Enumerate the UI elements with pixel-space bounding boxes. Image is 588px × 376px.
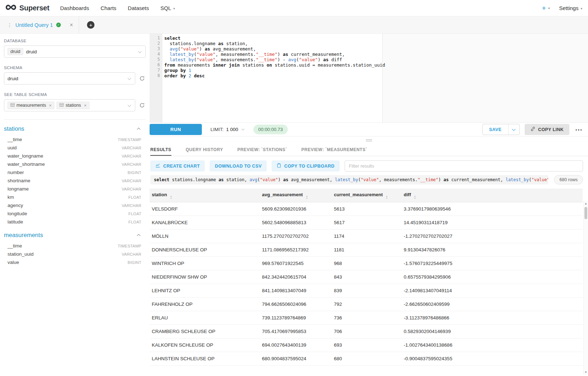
results-scrollbar[interactable]: ▲ ▼	[583, 201, 588, 375]
table-row: MÖLLN1175.27027027027021174-1.2702702702…	[150, 230, 583, 243]
table-cell: 9.91304347826076	[402, 243, 583, 257]
settings-menu[interactable]: Settings ▾	[559, 5, 582, 11]
run-button[interactable]: RUN	[150, 124, 202, 135]
scroll-down-icon[interactable]: ▼	[584, 371, 588, 374]
copy-link-button[interactable]: COPY LINK	[525, 124, 569, 135]
column-type: FLOAT	[128, 220, 141, 224]
table-tag-label: measurements	[16, 103, 46, 108]
sort-icon[interactable]: ▲▼	[414, 195, 416, 199]
sort-icon[interactable]: ▲▼	[170, 195, 172, 199]
editor-results-resize-handle[interactable]	[150, 136, 588, 144]
table-cell: -2.1409813407049114	[402, 284, 583, 298]
table-icon	[59, 103, 64, 108]
remove-tag-icon[interactable]: ×	[49, 103, 52, 108]
column-name: __time	[8, 243, 22, 249]
copy-clipboard-button[interactable]: COPY TO CLIPBOARD	[272, 160, 339, 172]
code-line: stations.longname as station,	[164, 41, 588, 46]
table-cell: 968	[332, 257, 402, 270]
table-row: FAHRENHOLZ OP794.6626506024096792-2.6626…	[150, 298, 583, 311]
chevron-down-icon: ▾	[580, 7, 582, 10]
column-header-label: station	[152, 192, 167, 197]
table-row: VELSDORF5609.62309820193656133.376901798…	[150, 202, 583, 216]
query-timer: 00:00:00.73	[253, 125, 288, 134]
sort-icon[interactable]: ▲▼	[386, 195, 388, 199]
column-row: kmFLOAT	[4, 193, 146, 201]
table-cell: 680.9004837595024	[260, 352, 332, 366]
results-tab-results[interactable]: RESULTS	[150, 147, 171, 156]
schema-label: SCHEMA	[4, 66, 146, 70]
column-type: VARCHAR	[122, 162, 141, 167]
column-header-current_measurement[interactable]: current_measurement▲▼	[332, 189, 402, 202]
save-button[interactable]: SAVE	[483, 124, 509, 135]
clipboard-icon	[277, 163, 281, 169]
table-row: NIEDERFINOW SHW OP842.34244206157048430.…	[150, 270, 583, 284]
column-header-station[interactable]: station▲▼	[150, 189, 260, 202]
table-schema-header-stations[interactable]: stations	[4, 125, 146, 133]
scroll-up-icon[interactable]: ▲	[584, 202, 588, 205]
column-header-avg_measurement[interactable]: avg_measurement▲▼	[260, 189, 332, 202]
table-cell: LEHNITZ OP	[150, 284, 260, 298]
table-icon	[10, 103, 15, 108]
chevron-up-icon[interactable]	[137, 234, 141, 238]
database-select[interactable]: druid druid	[4, 45, 146, 58]
remove-tag-icon[interactable]: ×	[84, 103, 87, 108]
more-options-button[interactable]: ⋯	[574, 126, 583, 133]
sql-editor[interactable]: 12345678 select stations.longname as sta…	[150, 34, 588, 123]
column-row: agencyVARCHAR	[4, 201, 146, 209]
chevron-down-icon: ▾	[548, 7, 550, 10]
results-tab-preview-measurements[interactable]: PREVIEW: `MEASUREMENTS`	[301, 147, 367, 156]
nav-item-datasets[interactable]: Datasets	[128, 5, 149, 11]
new-item-menu[interactable]: + ▾	[542, 5, 550, 12]
column-type: TIMESTAMP	[118, 138, 141, 142]
save-dropdown-button[interactable]	[509, 124, 519, 135]
superset-brand[interactable]: Superset	[5, 4, 49, 12]
link-icon	[530, 126, 535, 132]
table-schema-list: stations__timeTIMESTAMPuuidVARCHARwater_…	[4, 119, 146, 266]
sort-icon[interactable]: ▲▼	[306, 195, 308, 199]
refresh-tables-button[interactable]	[139, 102, 146, 109]
table-cell: -1.5760719225449975	[402, 257, 583, 270]
close-tab-icon[interactable]: ×	[70, 22, 73, 28]
sqllab-left-panel: DATABASE druid druid SCHEMA druid	[0, 34, 150, 376]
table-cell: 694.0027643400139	[260, 338, 332, 352]
column-name: shortname	[8, 178, 30, 183]
table-cell: 5617	[332, 216, 402, 230]
column-type: VARCHAR	[122, 252, 141, 256]
column-row: numberBIGINT	[4, 168, 146, 177]
column-type: VARCHAR	[122, 203, 141, 208]
table-row: WINTRICH OP969.576071922545968-1.5760719…	[150, 257, 583, 270]
filter-results-input[interactable]	[345, 160, 583, 172]
nav-item-dashboards[interactable]: Dashboards	[60, 5, 89, 11]
query-success-dot: ✓	[56, 23, 61, 27]
editor-code[interactable]: select stations.longname as station, avg…	[162, 34, 588, 122]
results-tab-preview-stations[interactable]: PREVIEW: `STATIONS`	[237, 147, 287, 156]
nav-item-label: Dashboards	[60, 5, 89, 11]
results-tab-query-history[interactable]: QUERY HISTORY	[186, 147, 223, 156]
table-row: DONNERSCHLEUSE OP1171.086956521739211819…	[150, 243, 583, 257]
query-tab[interactable]: ⋮ Untitled Query 1 ✓ ×	[3, 16, 79, 33]
table-select[interactable]: measurements×stations×	[4, 99, 135, 111]
table-cell: CRAMBERG SCHLEUSE OP	[150, 325, 260, 338]
new-tab-button[interactable]: +	[87, 21, 94, 29]
results-toolbar: CREATE CHART DOWNLOAD TO CSV COPY TO CLI…	[150, 156, 588, 172]
chevron-up-icon[interactable]	[137, 128, 141, 131]
download-csv-button[interactable]: DOWNLOAD TO CSV	[210, 160, 267, 172]
refresh-schemas-button[interactable]	[139, 75, 146, 82]
table-row: LAHNSTEIN SCHLEUSE OP680.900483759502468…	[150, 352, 583, 366]
table-cell: -1.2702702702702027	[402, 230, 583, 243]
nav-item-sql[interactable]: SQL▾	[160, 5, 175, 11]
table-cell: KALKOFEN SCHLEUSE OP	[150, 338, 260, 352]
nav-item-charts[interactable]: Charts	[101, 5, 116, 11]
nav-item-label: SQL	[160, 5, 171, 11]
table-cell: 680	[332, 352, 402, 366]
table-schema-header-measurements[interactable]: measurements	[4, 231, 146, 239]
column-header-diff[interactable]: diff▲▼	[402, 189, 583, 202]
table-tag-label: stations	[65, 103, 81, 108]
limit-dropdown[interactable]: LIMIT: 1 000	[210, 127, 244, 132]
table-cell: FAHRENHOLZ OP	[150, 298, 260, 311]
create-chart-button[interactable]: CREATE CHART	[150, 160, 205, 172]
schema-select[interactable]: druid	[4, 72, 135, 85]
table-cell: 841.1409813407049	[260, 284, 332, 298]
table-cell: KANALBRÜCKE	[150, 216, 260, 230]
scrollbar-thumb[interactable]	[584, 207, 587, 219]
